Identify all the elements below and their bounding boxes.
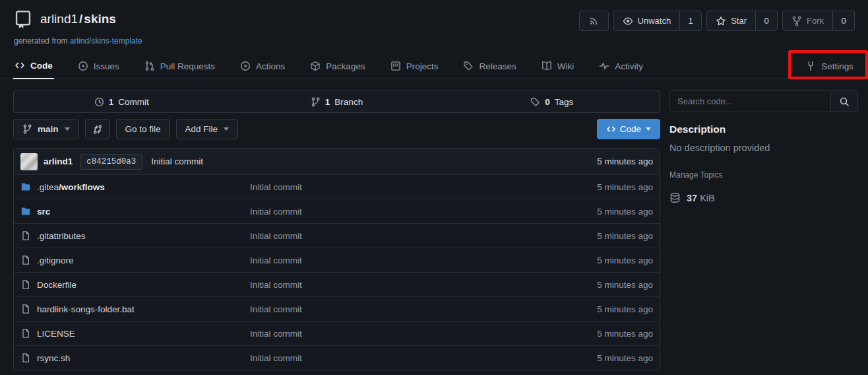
repo-name-link[interactable]: skins bbox=[84, 12, 116, 26]
pull-request-icon bbox=[144, 61, 155, 71]
chevron-down-icon bbox=[224, 127, 229, 131]
fork-button-group: Fork 0 bbox=[782, 11, 855, 31]
tab-code[interactable]: Code bbox=[13, 56, 54, 79]
description-text: No description provided bbox=[669, 143, 858, 153]
repo-actions: Unwatch 1 Star 0 bbox=[579, 11, 855, 31]
manage-topics-link[interactable]: Manage Topics bbox=[669, 170, 723, 180]
tab-issues[interactable]: Issues bbox=[77, 57, 121, 79]
search-input[interactable] bbox=[670, 91, 830, 112]
file-link[interactable]: .gitattributes bbox=[20, 230, 250, 241]
watch-button-group: Unwatch 1 bbox=[613, 11, 702, 31]
file-link[interactable]: LICENSE bbox=[20, 328, 250, 339]
row-commit-message[interactable]: Initial commit bbox=[250, 353, 597, 363]
code-download-button[interactable]: Code bbox=[597, 119, 660, 139]
avatar[interactable] bbox=[20, 153, 38, 170]
stars-count[interactable]: 0 bbox=[755, 11, 777, 30]
code-icon bbox=[15, 60, 25, 71]
commit-author-link[interactable]: arlind1 bbox=[44, 156, 73, 166]
row-commit-message[interactable]: Initial commit bbox=[250, 207, 597, 217]
branch-icon bbox=[311, 97, 321, 107]
code-toolbar: main Go to file Add File bbox=[13, 119, 660, 139]
file-link[interactable]: hardlink-songs-folder.bat bbox=[20, 304, 250, 314]
file-icon bbox=[20, 328, 31, 339]
row-commit-message[interactable]: Initial commit bbox=[250, 256, 597, 265]
row-commit-time: 5 minutes ago bbox=[597, 329, 653, 339]
row-commit-message[interactable]: Initial commit bbox=[250, 231, 597, 241]
fork-button[interactable]: Fork bbox=[783, 11, 832, 30]
tab-wiki[interactable]: Wiki bbox=[540, 57, 576, 79]
compare-icon bbox=[92, 124, 103, 135]
star-button[interactable]: Star bbox=[707, 11, 755, 30]
compare-button[interactable] bbox=[85, 119, 110, 139]
template-repo-link[interactable]: arlind/skins-template bbox=[70, 36, 142, 46]
search-button[interactable] bbox=[830, 91, 857, 112]
row-commit-message[interactable]: Initial commit bbox=[250, 280, 597, 290]
row-commit-time: 5 minutes ago bbox=[597, 280, 653, 290]
issue-icon bbox=[78, 61, 88, 71]
file-link[interactable]: src bbox=[20, 206, 250, 217]
file-link[interactable]: rsync.sh bbox=[20, 353, 250, 363]
tab-pull-requests[interactable]: Pull Requests bbox=[143, 57, 216, 79]
tab-projects[interactable]: Projects bbox=[389, 57, 440, 79]
code-icon bbox=[606, 124, 616, 134]
branches-stat[interactable]: 1 Branch bbox=[229, 91, 444, 112]
file-link[interactable]: .gitignore bbox=[20, 255, 250, 265]
row-commit-message[interactable]: Initial commit bbox=[250, 329, 597, 339]
chevron-down-icon bbox=[646, 127, 651, 131]
file-icon bbox=[20, 255, 31, 265]
rss-icon bbox=[589, 16, 599, 26]
wiki-icon bbox=[542, 61, 552, 71]
settings-icon bbox=[805, 61, 816, 71]
star-icon bbox=[716, 16, 726, 26]
file-icon bbox=[20, 230, 31, 241]
file-icon bbox=[20, 353, 31, 363]
watchers-count[interactable]: 1 bbox=[679, 11, 701, 30]
row-commit-time: 5 minutes ago bbox=[597, 256, 653, 265]
tab-settings[interactable]: Settings bbox=[804, 57, 855, 79]
commits-stat[interactable]: 1 Commit bbox=[14, 91, 229, 112]
tab-activity[interactable]: Activity bbox=[598, 57, 644, 79]
row-commit-time: 5 minutes ago bbox=[597, 207, 653, 217]
add-file-button[interactable]: Add File bbox=[176, 119, 239, 139]
tag-icon bbox=[463, 61, 474, 71]
tab-actions[interactable]: Actions bbox=[239, 57, 286, 79]
table-row: .gitattributes Initial commit 5 minutes … bbox=[14, 223, 660, 248]
commit-message-link[interactable]: Initial commit bbox=[151, 156, 203, 166]
unwatch-button[interactable]: Unwatch bbox=[614, 11, 680, 30]
package-icon bbox=[310, 61, 321, 71]
fork-icon bbox=[791, 16, 802, 26]
tab-packages[interactable]: Packages bbox=[309, 57, 366, 79]
latest-commit-row: arlind1 c84215d0a3 Initial commit 5 minu… bbox=[14, 149, 660, 174]
repo-sidebar: Description No description provided Mana… bbox=[669, 90, 858, 203]
tab-releases[interactable]: Releases bbox=[462, 57, 517, 79]
tags-stat[interactable]: 0 Tags bbox=[445, 91, 660, 112]
commit-hash-link[interactable]: c84215d0a3 bbox=[80, 154, 142, 170]
row-commit-time: 5 minutes ago bbox=[597, 304, 653, 314]
code-search-group bbox=[669, 90, 858, 112]
row-commit-message[interactable]: Initial commit bbox=[250, 304, 597, 314]
row-commit-message[interactable]: Initial commit bbox=[250, 182, 597, 192]
page-title: arlind1/skins bbox=[40, 12, 116, 26]
row-commit-time: 5 minutes ago bbox=[597, 231, 653, 241]
repo-stats-bar: 1 Commit 1 Branch 0 bbox=[13, 90, 660, 113]
table-row: .gitea/workflows Initial commit 5 minute… bbox=[14, 174, 660, 199]
branch-icon bbox=[22, 124, 32, 134]
chevron-down-icon bbox=[65, 127, 70, 131]
repo-size: 37 KiB bbox=[669, 192, 858, 203]
generated-from: generated from arlind/skins-template bbox=[14, 36, 142, 46]
file-link[interactable]: Dockerfile bbox=[20, 279, 250, 290]
repo-owner-link[interactable]: arlind1 bbox=[40, 12, 78, 26]
table-row: LICENSE Initial commit 5 minutes ago bbox=[14, 321, 660, 345]
commit-time: 5 minutes ago bbox=[597, 156, 653, 166]
file-icon bbox=[20, 304, 31, 314]
rss-button[interactable] bbox=[579, 11, 609, 31]
go-to-file-button[interactable]: Go to file bbox=[116, 119, 170, 139]
main-content: 1 Commit 1 Branch 0 bbox=[0, 79, 868, 370]
row-commit-time: 5 minutes ago bbox=[597, 182, 653, 192]
branch-selector[interactable]: main bbox=[13, 119, 79, 139]
table-row: src Initial commit 5 minutes ago bbox=[14, 199, 660, 223]
file-link[interactable]: .gitea/workflows bbox=[20, 182, 250, 192]
activity-icon bbox=[599, 61, 609, 71]
forks-count[interactable]: 0 bbox=[832, 11, 854, 30]
table-row: hardlink-songs-folder.bat Initial commit… bbox=[14, 296, 660, 321]
